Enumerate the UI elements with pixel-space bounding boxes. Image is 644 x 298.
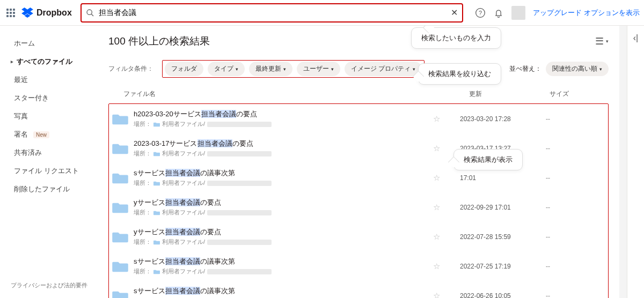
table-row[interactable]: 2023-03-17サービス担当者会議の要点場所：利用者ファイル/☆2023-0… <box>109 133 608 163</box>
filter-folder[interactable]: フォルダ <box>165 62 203 76</box>
file-location: 場所：利用者ファイル/ <box>134 238 428 246</box>
updated-cell: 2022-07-25 17:19 <box>460 263 540 270</box>
filter-label: フィルタ条件： <box>108 64 153 73</box>
svg-line-1 <box>91 14 93 16</box>
file-location: 場所：利用者ファイル/ <box>134 150 428 158</box>
filter-chips-container: フォルダ タイプ▾ 最終更新▾ ユーザー▾ イメージ プロパティ▾ <box>162 60 425 78</box>
sidebar-item-shared[interactable]: 共有済み <box>0 144 103 162</box>
star-toggle[interactable]: ☆ <box>433 232 455 242</box>
sidebar: ホーム ▸すべてのファイル 最近 スター付き 写真 署名New 共有済み ファイ… <box>0 26 103 298</box>
help-icon[interactable]: ? <box>475 8 486 18</box>
size-cell: -- <box>546 174 605 182</box>
sort-select[interactable]: 関連性の高い順▾ <box>546 62 609 76</box>
chip-label: イメージ プロパティ <box>351 64 411 73</box>
file-name: yサービス担当者会議の要点 <box>134 227 428 237</box>
star-toggle[interactable]: ☆ <box>433 262 455 271</box>
updated-cell: 2022-07-28 15:59 <box>460 233 540 241</box>
table-row[interactable]: h2023-03-20サービス担当者会議の要点場所：利用者ファイル/☆2023-… <box>109 104 608 133</box>
folder-icon <box>153 269 160 274</box>
search-input[interactable] <box>99 9 447 17</box>
updated-cell: 17:01 <box>460 174 540 182</box>
sidebar-item-recent[interactable]: 最近 <box>0 71 103 89</box>
apps-grid-icon[interactable] <box>4 6 17 19</box>
file-name: sサービス担当者会議の議事次第 <box>134 257 428 266</box>
table-row[interactable]: sサービス担当者会議の議事次第場所：利用者ファイル/☆2022-06-26 10… <box>109 281 608 298</box>
folder-icon <box>112 260 128 273</box>
sidebar-item-home[interactable]: ホーム <box>0 34 103 53</box>
sidebar-item-file-requests[interactable]: ファイル リクエスト <box>0 162 103 180</box>
upgrade-link[interactable]: アップグレード オプションを表示 <box>533 8 640 18</box>
size-cell: -- <box>546 292 605 299</box>
chevron-down-icon: ▾ <box>413 66 415 72</box>
folder-icon <box>153 240 160 245</box>
chip-label: 最終更新 <box>255 64 281 73</box>
vertical-scrollbar[interactable] <box>619 26 627 298</box>
chevron-down-icon: ▾ <box>283 66 286 72</box>
folder-icon <box>112 289 128 299</box>
file-name: 2023-03-17サービス担当者会議の要点 <box>134 139 428 148</box>
brand-logo[interactable]: Dropbox <box>21 8 72 18</box>
col-size[interactable]: サイズ <box>550 90 609 99</box>
folder-icon <box>112 201 128 214</box>
col-updated[interactable]: 更新 <box>469 90 550 99</box>
filter-user[interactable]: ユーザー▾ <box>297 62 340 76</box>
size-cell: -- <box>546 145 605 152</box>
size-cell: -- <box>546 263 605 270</box>
folder-icon <box>112 113 128 125</box>
table-row[interactable]: sサービス担当者会議の議事次第場所：利用者ファイル/☆17:01-- <box>109 163 608 192</box>
chip-label: ユーザー <box>303 64 329 73</box>
star-toggle[interactable]: ☆ <box>433 114 455 124</box>
size-cell: -- <box>546 115 605 123</box>
table-row[interactable]: yサービス担当者会議の要点場所：利用者ファイル/☆2022-09-29 17:0… <box>109 192 608 222</box>
file-name: h2023-03-20サービス担当者会議の要点 <box>134 109 428 119</box>
folder-icon <box>153 181 160 186</box>
callout-filter-hint: 検索結果を絞り込む <box>418 63 501 85</box>
filter-type[interactable]: タイプ▾ <box>208 62 245 76</box>
filter-image-props[interactable]: イメージ プロパティ▾ <box>345 62 422 76</box>
sidebar-item-signature[interactable]: 署名New <box>0 125 103 144</box>
search-icon <box>86 9 94 17</box>
file-name: yサービス担当者会議の要点 <box>134 198 428 207</box>
sidebar-item-label: 署名 <box>14 130 28 139</box>
file-location: 場所：利用者ファイル/ <box>134 179 428 187</box>
star-toggle[interactable]: ☆ <box>433 173 455 183</box>
dropbox-icon <box>21 8 33 18</box>
search-bar[interactable]: ✕ <box>80 3 464 23</box>
star-toggle[interactable]: ☆ <box>433 291 455 299</box>
filter-updated[interactable]: 最終更新▾ <box>249 62 292 76</box>
sidebar-item-starred[interactable]: スター付き <box>0 89 103 107</box>
sidebar-footer[interactable]: プライバシーおよび法的要件 <box>0 281 103 289</box>
sidebar-item-deleted[interactable]: 削除したファイル <box>0 180 103 198</box>
panel-collapse-tab[interactable]: ‹| <box>627 26 644 298</box>
table-row[interactable]: sサービス担当者会議の議事次第場所：利用者ファイル/☆2022-07-25 17… <box>109 251 608 281</box>
chip-label: タイプ <box>214 64 233 73</box>
sidebar-item-photos[interactable]: 写真 <box>0 107 103 125</box>
col-name[interactable]: ファイル名 <box>108 90 448 99</box>
updated-cell: 2022-09-29 17:01 <box>460 204 540 211</box>
folder-icon <box>153 151 160 157</box>
table-row[interactable]: yサービス担当者会議の要点場所：利用者ファイル/☆2022-07-28 15:5… <box>109 222 608 251</box>
file-name: sサービス担当者会議の議事次第 <box>134 286 428 296</box>
sidebar-item-label: すべてのファイル <box>17 57 72 66</box>
brand-name: Dropbox <box>36 8 72 18</box>
star-toggle[interactable]: ☆ <box>433 144 455 153</box>
chevron-right-icon: ▸ <box>11 59 13 64</box>
size-cell: -- <box>546 204 605 211</box>
sidebar-item-all-files[interactable]: ▸すべてのファイル <box>0 53 103 71</box>
avatar[interactable] <box>511 6 525 20</box>
file-location: 場所：利用者ファイル/ <box>134 120 428 128</box>
callout-results-hint: 検索結果が表示 <box>453 149 523 170</box>
file-name: sサービス担当者会議の議事次第 <box>134 168 428 178</box>
notification-bell-icon[interactable] <box>493 8 504 18</box>
sort-value: 関連性の高い順 <box>552 64 597 73</box>
file-location: 場所：利用者ファイル/ <box>134 208 428 217</box>
clear-search-icon[interactable]: ✕ <box>451 8 458 18</box>
view-toggle[interactable]: ☰ ▾ <box>595 35 609 47</box>
star-toggle[interactable]: ☆ <box>433 203 455 212</box>
chevron-down-icon: ▾ <box>606 39 609 44</box>
results-heading: 100 件以上の検索結果 <box>108 34 210 48</box>
table-header: ファイル名 更新 サイズ <box>108 86 609 102</box>
sort-label: 並べ替え： <box>509 64 541 73</box>
folder-icon <box>112 230 128 243</box>
folder-icon <box>112 172 128 184</box>
